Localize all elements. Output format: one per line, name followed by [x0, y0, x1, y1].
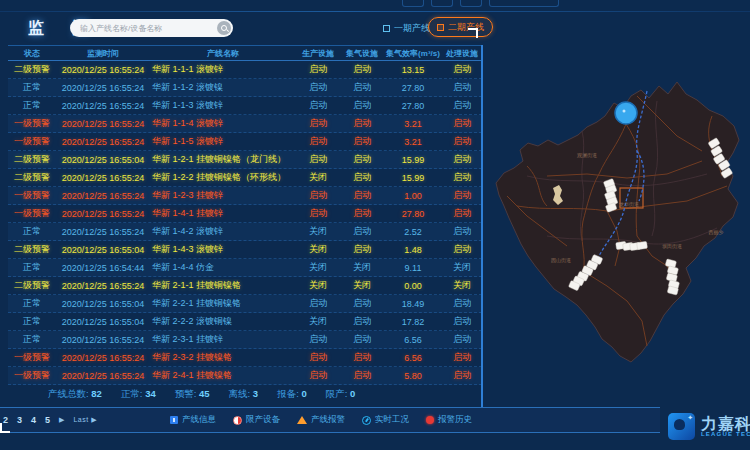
table-row[interactable]: 一级预警2020/12/25 16:55:24华新 1-1-4 滚镀锌启动启动3… — [8, 115, 482, 133]
legend-line-info-button[interactable]: 产线信息 — [170, 414, 216, 426]
cell-treatment: 启动 — [442, 63, 482, 76]
table-row[interactable]: 二级预警2020/12/25 16:55:04华新 1-4-3 滚镀锌关闭启动1… — [8, 241, 482, 259]
next-page-button[interactable]: ▶ — [59, 416, 64, 424]
cell-time: 2020/12/25 16:55:24 — [56, 335, 150, 345]
cell-gas: 启动 — [340, 243, 384, 256]
cell-time: 2020/12/25 16:55:04 — [56, 317, 150, 327]
legend-alarm-history-button[interactable]: 报警历史 — [426, 414, 472, 426]
cell-name: 华新 1-2-1 挂镀铜镍铬（龙门线） — [150, 153, 296, 166]
top-tab-shape — [460, 0, 482, 7]
cell-treatment: 启动 — [442, 117, 482, 130]
cell-status: 一级预警 — [8, 351, 56, 364]
table-row[interactable]: 二级预警2020/12/25 16:55:04华新 1-2-1 挂镀铜镍铬（龙门… — [8, 151, 482, 169]
cell-efficiency: 2.52 — [384, 227, 442, 237]
last-page-button[interactable]: Last ▶ — [73, 416, 97, 424]
table-row[interactable]: 二级预警2020/12/25 16:55:24华新 1-1-1 滚镀锌启动启动1… — [8, 61, 482, 79]
district-map[interactable]: 观澜街道龙华街道坂田街道园山街道西丽乡 — [487, 56, 749, 400]
page-button[interactable]: 5 — [45, 415, 50, 425]
search-button[interactable] — [217, 21, 231, 35]
legend-limited-device-button[interactable]: 限产设备 — [233, 414, 280, 426]
table-row[interactable]: 一级预警2020/12/25 16:55:24华新 2-4-1 挂镀镍铬启动启动… — [8, 367, 482, 385]
cell-name: 华新 1-4-1 挂镀锌 — [150, 207, 296, 220]
map-cluster-marker[interactable] — [615, 102, 637, 124]
cell-gas: 关闭 — [340, 279, 384, 292]
cell-treatment: 启动 — [442, 99, 482, 112]
cell-time: 2020/12/25 16:54:44 — [56, 263, 150, 273]
bottom-left-corner-bracket — [0, 423, 10, 433]
phase2-label: 二期产线 — [448, 21, 484, 34]
search-box[interactable] — [70, 19, 233, 37]
page-button[interactable]: 4 — [31, 415, 36, 425]
summary-bar: 产线总数: 82正常: 34预警: 45离线: 3报备: 0限产: 0 — [48, 388, 478, 401]
selection-corner-bracket — [468, 28, 478, 38]
table-right-border — [481, 45, 483, 407]
gauge-icon — [362, 416, 371, 425]
table-header-row: 状态监测时间产线名称生产设施集气设施集气效率(m³/s)处理设施 — [8, 46, 482, 61]
cell-production: 关闭 — [296, 279, 340, 292]
table-row[interactable]: 二级预警2020/12/25 16:55:24华新 1-2-2 挂镀铜镍铬（环形… — [8, 169, 482, 187]
bottom-bar: 2345▶Last ▶ 产线信息 限产设备 产线报警 实时工况 报警历史 — [0, 407, 660, 433]
table-row[interactable]: 一级预警2020/12/25 16:55:24华新 1-1-5 滚镀锌启动启动3… — [8, 133, 482, 151]
page-button[interactable]: 3 — [17, 415, 22, 425]
top-divider-line — [0, 11, 750, 12]
cell-production: 启动 — [296, 117, 340, 130]
summary-item: 报备: 0 — [277, 388, 307, 401]
cluster-marker-dot — [623, 110, 626, 113]
cell-production: 启动 — [296, 189, 340, 202]
cell-gas: 启动 — [340, 297, 384, 310]
table-row[interactable]: 正常2020/12/25 16:55:24华新 1-1-2 滚镀镍启动启动27.… — [8, 79, 482, 97]
column-header: 产线名称 — [150, 48, 296, 59]
cell-efficiency: 6.56 — [384, 353, 442, 363]
header-bar: 监 测 一期产线 二期产线 — [0, 14, 750, 44]
cell-name: 华新 1-4-2 滚镀锌 — [150, 225, 296, 238]
search-input[interactable] — [70, 24, 217, 33]
cell-treatment: 关闭 — [442, 261, 482, 274]
top-tab-shape — [431, 0, 453, 7]
table-row[interactable]: 正常2020/12/25 16:55:24华新 1-4-2 滚镀锌关闭启动2.5… — [8, 223, 482, 241]
column-header: 生产设施 — [296, 48, 340, 59]
column-header: 监测时间 — [56, 48, 150, 59]
cell-name: 华新 1-1-4 滚镀锌 — [150, 117, 296, 130]
cell-name: 华新 1-1-1 滚镀锌 — [150, 63, 296, 76]
summary-item: 产线总数: 82 — [48, 388, 102, 401]
legend-realtime-status-button[interactable]: 实时工况 — [362, 414, 409, 426]
cell-efficiency: 27.80 — [384, 209, 442, 219]
table-row[interactable]: 一级预警2020/12/25 16:55:24华新 2-3-2 挂镀镍铬启动启动… — [8, 349, 482, 367]
cell-status: 二级预警 — [8, 171, 56, 184]
table-row[interactable]: 二级预警2020/12/25 16:55:24华新 2-1-1 挂镀铜镍铬关闭关… — [8, 277, 482, 295]
table-row[interactable]: 正常2020/12/25 16:55:04华新 2-2-2 滚镀铜镍关闭启动17… — [8, 313, 482, 331]
cell-treatment: 启动 — [442, 297, 482, 310]
warning-triangle-icon — [297, 416, 307, 424]
table-body: 二级预警2020/12/25 16:55:24华新 1-1-1 滚镀锌启动启动1… — [8, 61, 482, 385]
cell-treatment: 启动 — [442, 315, 482, 328]
cell-gas: 启动 — [340, 189, 384, 202]
map-area-label: 西丽乡 — [709, 229, 724, 236]
cell-time: 2020/12/25 16:55:24 — [56, 371, 150, 381]
cell-gas: 启动 — [340, 225, 384, 238]
cell-time: 2020/12/25 16:55:24 — [56, 101, 150, 111]
phase2-filter-button[interactable]: 二期产线 — [428, 17, 493, 37]
cell-efficiency: 0.00 — [384, 281, 442, 291]
table-row[interactable]: 正常2020/12/25 16:55:04华新 2-2-1 挂镀铜镍铬启动启动1… — [8, 295, 482, 313]
table-row[interactable]: 正常2020/12/25 16:55:24华新 2-3-1 挂镀锌启动启动6.5… — [8, 331, 482, 349]
cell-gas: 启动 — [340, 135, 384, 148]
cell-time: 2020/12/25 16:55:24 — [56, 281, 150, 291]
phase1-filter-checkbox[interactable]: 一期产线 — [383, 22, 430, 35]
summary-item: 离线: 3 — [229, 388, 259, 401]
cell-efficiency: 9.11 — [384, 263, 442, 273]
table-row[interactable]: 正常2020/12/25 16:54:44华新 1-4-4 仿金关闭关闭9.11… — [8, 259, 482, 277]
cell-treatment: 启动 — [442, 81, 482, 94]
cell-production: 关闭 — [296, 171, 340, 184]
table-row[interactable]: 正常2020/12/25 16:55:24华新 1-1-3 滚镀锌启动启动27.… — [8, 97, 482, 115]
cell-name: 华新 1-2-2 挂镀铜镍铬（环形线） — [150, 171, 296, 184]
cell-efficiency: 5.80 — [384, 371, 442, 381]
cell-efficiency: 18.49 — [384, 299, 442, 309]
top-tab-shape — [402, 0, 424, 7]
table-row[interactable]: 一级预警2020/12/25 16:55:24华新 1-2-3 挂镀锌启动启动1… — [8, 187, 482, 205]
cell-time: 2020/12/25 16:55:24 — [56, 137, 150, 147]
cell-name: 华新 1-1-2 滚镀镍 — [150, 81, 296, 94]
table-row[interactable]: 一级预警2020/12/25 16:55:24华新 1-4-1 挂镀锌启动启动2… — [8, 205, 482, 223]
legend-line-alarm-button[interactable]: 产线报警 — [297, 414, 345, 426]
cell-time: 2020/12/25 16:55:24 — [56, 227, 150, 237]
cell-status: 正常 — [8, 81, 56, 94]
